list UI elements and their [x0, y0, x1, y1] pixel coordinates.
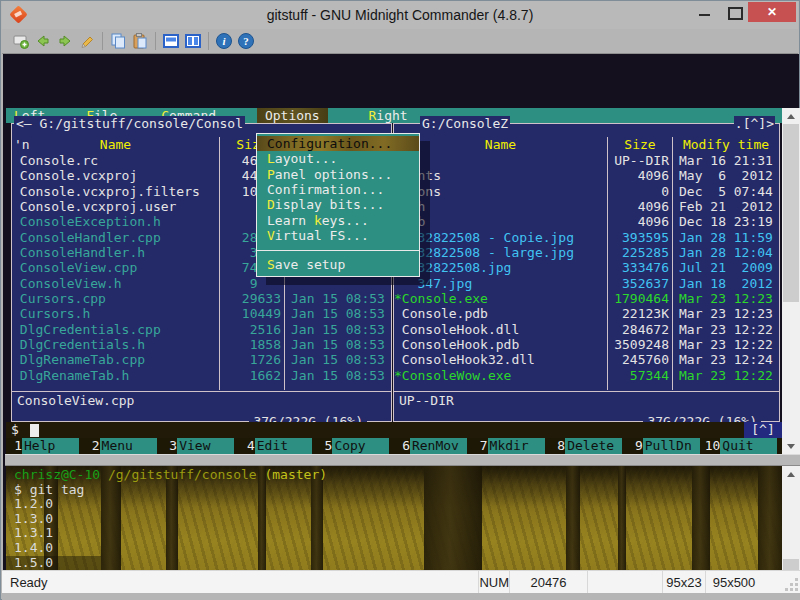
sort-indicator[interactable]: 'n [14, 137, 30, 153]
close-button[interactable] [748, 2, 796, 22]
menubar-item[interactable]: Options [257, 108, 328, 123]
file-row[interactable]: ConsoleHook.dll 284672 Mar 23 12:22 [394, 322, 779, 337]
file-mtime: Jan 15 08:53 [285, 337, 391, 352]
file-size: 10449 [219, 306, 285, 321]
fkey-button[interactable]: 5 Copy [316, 438, 394, 454]
fkey-label: Quit [720, 438, 777, 454]
fkey-button[interactable]: 4 Edit [239, 438, 317, 454]
file-size: 1790464 [607, 291, 673, 306]
file-size: 333476 [607, 260, 673, 275]
file-row[interactable]: *Console.exe 1790464 Mar 23 12:23 [394, 291, 779, 306]
scroll-up-button[interactable] [782, 108, 800, 124]
status-bar: Ready NUM 20476 95x23 95x500 [2, 570, 800, 593]
titlebar[interactable]: gitstuff - GNU Midnight Commander (4.8.7… [2, 1, 798, 29]
file-row[interactable]: 347.jpg 352637 Jan 18 2012 [394, 276, 779, 291]
resize-grip[interactable] [786, 579, 798, 591]
file-mtime: Jan 28 11:59 [673, 230, 779, 245]
fkey-label: Mkdir [488, 438, 545, 454]
file-row[interactable]: *ConsoleWow.exe 57344 Mar 23 12:22 [394, 368, 779, 383]
file-name: Console.vcxproj.user [12, 199, 219, 214]
menubar-item[interactable]: Right [361, 108, 416, 123]
file-mtime: Mar 23 12:24 [673, 352, 779, 367]
file-name: DlgCredentials.cpp [12, 322, 219, 337]
file-row[interactable]: UP--DIR Mar 16 21:31 [394, 153, 779, 168]
file-row[interactable]: 32822508 - large.jpg 225285 Jan 28 12:04 [394, 245, 779, 260]
file-row[interactable]: ons 0 Dec 5 07:44 [394, 184, 779, 199]
maximize-button[interactable] [719, 2, 748, 22]
split-horizontal-button[interactable] [160, 31, 182, 51]
menu-item[interactable]: Panel options... [257, 167, 419, 182]
fkey-button[interactable]: 10 Quit [704, 438, 782, 454]
fkey-number: 4 [239, 438, 255, 454]
scroll-up-button[interactable] [782, 466, 800, 482]
scroll-down-button[interactable] [782, 438, 800, 454]
copy-button[interactable] [107, 31, 129, 51]
file-row[interactable]: h 4096 Feb 21 2012 [394, 199, 779, 214]
left-panel-path[interactable]: <— G:/gitstuff/console/Consol [14, 116, 245, 131]
panels-toggle[interactable]: [^] [744, 422, 782, 438]
fkey-button[interactable]: 8 Delete [549, 438, 627, 454]
file-mtime: Mar 23 12:22 [673, 368, 779, 383]
file-row[interactable]: Cursors.h 10449 Jan 15 08:53 [12, 306, 391, 321]
scrollbar-thumb[interactable] [783, 124, 799, 302]
file-mtime: Jan 15 08:53 [285, 368, 391, 383]
terminal-line: chrisz@C-10 /g/gitstuff/console (master) [14, 468, 782, 483]
file-name: Cursors.cpp [12, 291, 219, 306]
file-row[interactable]: b 4096 Dec 18 23:19 [394, 214, 779, 229]
menu-item[interactable]: Display bits... [257, 197, 419, 212]
file-row[interactable]: DlgRenameTab.cpp 1726 Jan 15 08:53 [12, 352, 391, 367]
file-row[interactable]: ConsoleHook.pdb 3509248 Mar 23 12:22 [394, 337, 779, 352]
navigate-forward-button[interactable] [54, 31, 76, 51]
file-row[interactable]: DlgCredentials.cpp 2516 Jan 15 08:53 [12, 322, 391, 337]
file-row[interactable]: DlgCredentials.h 1858 Jan 15 08:53 [12, 337, 391, 352]
new-console-button[interactable] [10, 31, 32, 51]
fkey-button[interactable]: 9 PullDn [627, 438, 705, 454]
edit-button[interactable] [76, 31, 98, 51]
file-row[interactable]: ConsoleHook32.dll 245760 Mar 23 12:24 [394, 352, 779, 367]
file-size: 4096 [607, 168, 673, 183]
menu-item[interactable]: Configuration... [257, 136, 419, 151]
menu-item[interactable] [257, 243, 419, 251]
info-icon: i [215, 32, 233, 50]
navigate-back-icon [34, 32, 52, 50]
file-name: 32822508.jpg [394, 260, 607, 275]
file-size: 4096 [607, 199, 673, 214]
navigate-back-button[interactable] [32, 31, 54, 51]
fkey-button[interactable]: 7 Mkdir [472, 438, 550, 454]
fkey-button[interactable]: 1 Help [6, 438, 84, 454]
split-vertical-button[interactable] [182, 31, 204, 51]
help-button[interactable]: ? [235, 31, 257, 51]
menu-item[interactable]: Learn keys... [257, 213, 419, 228]
file-name [394, 153, 607, 168]
mc-scrollbar[interactable] [782, 108, 800, 454]
fkey-button[interactable]: 2 Menu [84, 438, 162, 454]
file-name: 347.jpg [394, 276, 607, 291]
file-row[interactable]: 32822508 - Copie.jpg 393595 Jan 28 11:59 [394, 230, 779, 245]
toolbar: i ? [2, 29, 798, 54]
file-row[interactable]: DlgRenameTab.h 1662 Jan 15 08:53 [12, 368, 391, 383]
menu-item[interactable]: Virtual FS... [257, 228, 419, 243]
fkey-number: 3 [161, 438, 177, 454]
minimize-button[interactable] [690, 2, 719, 22]
menu-item[interactable]: Confirmation... [257, 182, 419, 197]
paste-button[interactable] [129, 31, 151, 51]
menu-item[interactable]: Save setup [257, 257, 419, 272]
file-row[interactable]: Cursors.cpp 29633 Jan 15 08:53 [12, 291, 391, 306]
pane-splitter[interactable] [5, 454, 800, 466]
file-row[interactable]: nts 4096 May 6 2012 [394, 168, 779, 183]
fkey-label: PullDn [643, 438, 700, 454]
right-panel-path[interactable]: G:/ConsoleZ [420, 116, 510, 131]
file-size: UP--DIR [607, 153, 673, 168]
file-name: ConsoleHook.pdb [394, 337, 607, 352]
file-row[interactable]: ConsoleView.h 9 [12, 276, 391, 291]
fkey-button[interactable]: 3 View [161, 438, 239, 454]
file-name: ConsoleHandler.cpp [12, 230, 219, 245]
command-line[interactable]: $ [^] [6, 422, 782, 438]
menu-item[interactable]: Layout... [257, 151, 419, 166]
file-row[interactable]: 32822508.jpg 333476 Jul 21 2009 [394, 260, 779, 275]
file-mtime: Jan 15 08:53 [285, 306, 391, 321]
panel-up-button[interactable]: .[^]> [734, 116, 775, 131]
info-button[interactable]: i [213, 31, 235, 51]
fkey-button[interactable]: 6 RenMov [394, 438, 472, 454]
file-row[interactable]: Console.pdb 22123K Mar 23 12:23 [394, 306, 779, 321]
